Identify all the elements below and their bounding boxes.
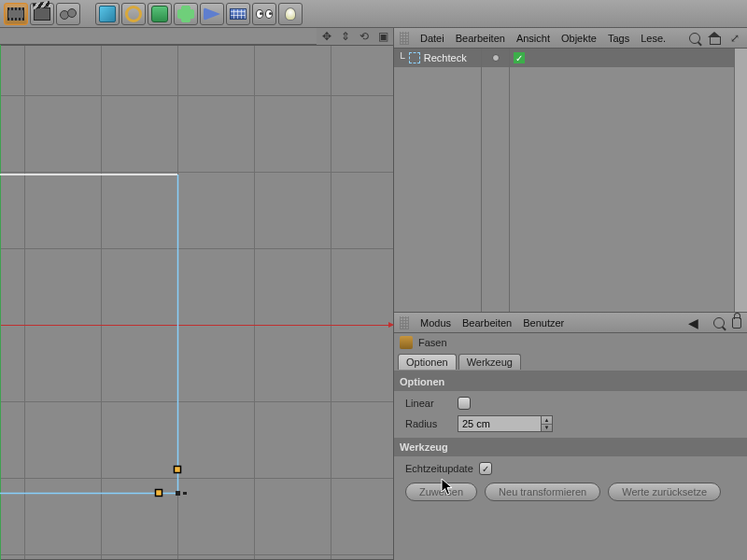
object-row[interactable]: └ Rechteck [394, 49, 481, 67]
om-menu-lese[interactable]: Lese. [641, 33, 666, 44]
attribute-tabs: Optionen Werkzeug [394, 352, 747, 372]
object-name-label[interactable]: Rechteck [424, 52, 467, 63]
cube-button[interactable] [95, 3, 120, 25]
realtime-label: Echtzeitupdate [405, 463, 473, 474]
attributes-menubar: Modus Bearbeiten Benutzer ◀ [394, 313, 747, 333]
om-menu-datei[interactable]: Datei [420, 33, 444, 44]
floor-button[interactable] [226, 3, 250, 25]
tool-name-label: Fasen [418, 337, 447, 348]
viewport-header: ✥ ⇕ ⟲ ▣ [0, 28, 393, 45]
attr-menu-bearbeiten[interactable]: Bearbeiten [462, 317, 512, 329]
flower-icon [177, 6, 194, 22]
visibility-dot-editor[interactable] [492, 54, 500, 62]
zoom-view-icon[interactable]: ⇕ [339, 30, 352, 43]
radius-label: Radius [405, 418, 452, 429]
viewport-canvas[interactable] [0, 45, 394, 560]
array-button[interactable] [174, 3, 198, 25]
radius-input[interactable] [458, 415, 542, 432]
section-head-werkzeug: Werkzeug [394, 438, 747, 456]
wedge-icon [204, 7, 220, 21]
main-area: ✥ ⇕ ⟲ ▣ Datei Bearbeiten Ansicht Objekte… [0, 28, 747, 560]
primitives-group [95, 3, 303, 25]
viewport-nav-icons: ✥ ⇕ ⟲ ▣ [317, 28, 393, 45]
eyes-icon [256, 9, 273, 19]
render-queue-button[interactable] [56, 3, 80, 25]
object-tree[interactable]: └ Rechteck [394, 49, 482, 312]
spin-down-icon[interactable]: ▼ [542, 425, 552, 432]
reset-values-button[interactable]: Werte zurücksetze [608, 483, 721, 501]
object-manager-body: └ Rechteck ✓ [394, 49, 747, 313]
grid-icon [230, 8, 247, 20]
attributes-manager: Modus Bearbeiten Benutzer ◀ Fasen Option… [394, 313, 747, 560]
om-scrollbar[interactable] [734, 49, 747, 312]
viewport-panel: ✥ ⇕ ⟲ ▣ [0, 28, 394, 560]
cogs-icon [60, 7, 77, 21]
nurbs-button[interactable] [148, 3, 172, 25]
om-expand-icon[interactable]: ⤢ [728, 32, 741, 45]
right-column: Datei Bearbeiten Ansicht Objekte Tags Le… [394, 28, 747, 560]
radius-spinner[interactable]: ▲▼ [542, 415, 553, 432]
rectangle-object-icon [409, 52, 420, 63]
tab-werkzeug[interactable]: Werkzeug [458, 354, 521, 370]
section-head-optionen: Optionen [394, 372, 747, 391]
bevel-tool-icon [400, 336, 413, 349]
rotate-view-icon[interactable]: ⟲ [358, 30, 371, 43]
lock-icon[interactable] [732, 317, 741, 329]
linear-checkbox[interactable] [458, 397, 471, 410]
section-body-werkzeug: Echtzeitupdate ✓ Zuweisen Neu transformi… [394, 456, 747, 507]
clapper-icon [34, 7, 50, 21]
tool-header: Fasen [394, 333, 747, 352]
object-manager-menubar: Datei Bearbeiten Ansicht Objekte Tags Le… [394, 28, 747, 49]
om-search-icon[interactable] [689, 33, 700, 44]
camera-button[interactable] [252, 3, 276, 25]
tree-toggle-icon[interactable]: └ [398, 52, 405, 63]
spin-up-icon[interactable]: ▲ [542, 416, 552, 425]
object-manager: Datei Bearbeiten Ansicht Objekte Tags Le… [394, 28, 747, 313]
attr-menu-modus[interactable]: Modus [420, 317, 451, 329]
realtime-checkbox[interactable]: ✓ [479, 462, 492, 475]
render-settings-button[interactable] [30, 3, 54, 25]
linear-label: Linear [405, 398, 452, 409]
om-menu-ansicht[interactable]: Ansicht [516, 33, 550, 44]
hypernurbs-icon [151, 6, 168, 22]
attr-menu-benutzer[interactable]: Benutzer [523, 317, 564, 329]
cube-icon [99, 6, 116, 22]
deformer-button[interactable] [200, 3, 224, 25]
om-menu-tags[interactable]: Tags [608, 33, 629, 44]
render-group [4, 3, 80, 25]
object-visibility-column [482, 49, 510, 312]
om-home-icon[interactable] [708, 32, 721, 45]
spline-button[interactable] [121, 3, 146, 25]
object-tags-column: ✓ [510, 49, 734, 312]
grip-icon[interactable] [400, 316, 409, 329]
torus-icon [125, 6, 142, 22]
section-body-optionen: Linear Radius ▲▼ [394, 391, 747, 438]
maximize-view-icon[interactable]: ▣ [376, 30, 389, 43]
film-icon [7, 7, 24, 21]
om-menu-bearbeiten[interactable]: Bearbeiten [456, 33, 505, 44]
render-view-button[interactable] [4, 3, 28, 25]
apply-button[interactable]: Zuweisen [405, 483, 477, 501]
tab-optionen[interactable]: Optionen [398, 354, 457, 370]
enable-tag-icon[interactable]: ✓ [514, 52, 525, 63]
bulb-icon [285, 7, 296, 21]
attr-search-icon[interactable] [713, 317, 725, 329]
new-transform-button[interactable]: Neu transformieren [485, 483, 600, 501]
move-view-icon[interactable]: ✥ [320, 30, 333, 43]
om-menu-objekte[interactable]: Objekte [561, 33, 597, 44]
grip-icon[interactable] [400, 32, 409, 45]
history-back-icon[interactable]: ◀ [688, 315, 698, 330]
top-toolbar [0, 0, 747, 28]
light-button[interactable] [278, 3, 303, 25]
